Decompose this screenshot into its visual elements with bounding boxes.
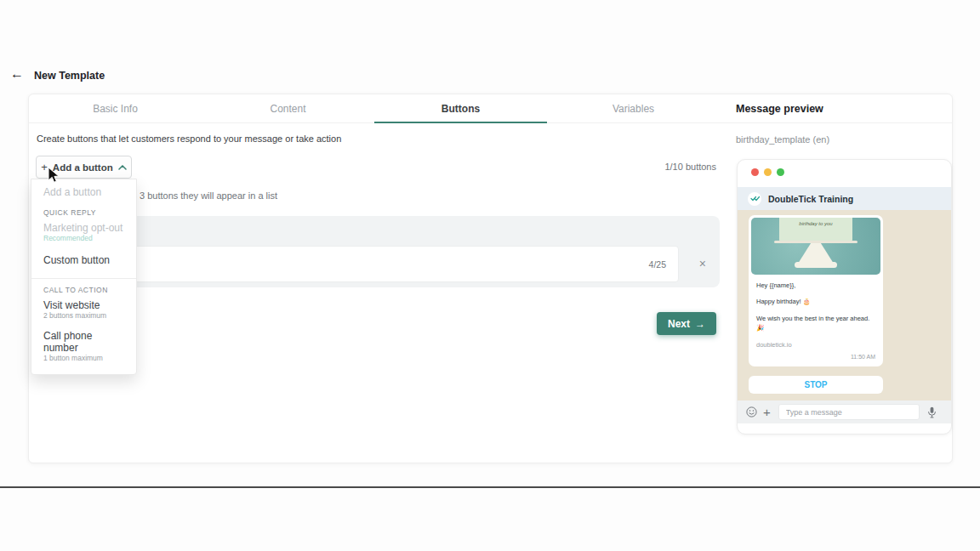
window-traffic-lights [751, 168, 784, 176]
menu-item-marketing-opt-out[interactable]: Marketing opt-out [31, 219, 136, 234]
menu-section-quick-reply: QUICK REPLY [31, 202, 136, 219]
tab-variables[interactable]: Variables [547, 94, 720, 122]
next-button[interactable]: Next → [657, 312, 716, 335]
menu-item-visit-website[interactable]: Visit website [31, 296, 136, 311]
message-line-1: Hey {{name}}, [756, 281, 875, 289]
page-title: New Template [34, 70, 105, 82]
type-a-message-input[interactable] [778, 404, 920, 420]
emoji-icon[interactable] [746, 406, 757, 418]
chat-title: DoubleTick Training [768, 194, 853, 204]
menu-item-call-phone[interactable]: Call phone number [31, 325, 136, 354]
buttons-description: Create buttons that let customers respon… [37, 133, 341, 144]
yellow-dot-icon [764, 168, 772, 176]
tab-content[interactable]: Content [202, 94, 374, 122]
cake-stand [798, 243, 834, 264]
message-preview-header: Message preview [736, 103, 823, 115]
menu-item-visit-website-sub: 2 buttons maximum [31, 311, 136, 325]
window-divider [0, 486, 980, 488]
doubletick-logo-icon [750, 196, 760, 202]
active-tab-underline [374, 122, 547, 123]
buttons-list-hint: 3 buttons they will appear in a list [140, 190, 277, 201]
add-button-dropdown-menu: Add a button QUICK REPLY Marketing opt-o… [31, 179, 137, 375]
chat-area: birthday to you Hey {{name}}, Happy birt… [738, 210, 951, 400]
chat-header: DoubleTick Training [738, 187, 951, 210]
remove-button-icon[interactable]: × [699, 246, 706, 282]
template-name: birthday_template (en) [736, 134, 829, 145]
message-line-3: We wish you the best in the year ahead. [756, 315, 875, 322]
next-label: Next [668, 318, 690, 330]
add-button-label: Add a button [53, 162, 113, 173]
message-timestamp: 11:50 AM [756, 354, 875, 361]
menu-item-call-phone-sub: 1 button maximum [31, 354, 136, 367]
message-text: Hey {{name}}, Happy birthday! 🎂 We wish … [751, 281, 880, 361]
menu-item-custom-button[interactable]: Custom button [31, 247, 136, 275]
arrow-right-icon: → [695, 318, 705, 330]
microphone-icon[interactable] [927, 406, 937, 418]
template-editor-card: Basic Info Content Buttons Variables Mes… [28, 94, 953, 463]
message-bubble: birthday to you Hey {{name}}, Happy birt… [749, 215, 883, 366]
buttons-counter: 1/10 buttons [664, 162, 716, 172]
back-button[interactable]: ← [10, 66, 24, 82]
phone-preview: DoubleTick Training birthday to you Hey … [737, 159, 952, 435]
menu-item-marketing-opt-out-badge: Recommended [31, 234, 136, 247]
birthday-cake-image: birthday to you [751, 218, 880, 275]
cake-plate [774, 241, 858, 243]
menu-section-call-to-action: CALL TO ACTION [31, 279, 136, 296]
attach-plus-icon[interactable]: + [763, 405, 771, 419]
char-counter: 4/25 [649, 259, 666, 270]
red-dot-icon [751, 168, 759, 176]
message-line-4: 🎉 [756, 324, 875, 332]
button-text-input[interactable]: 4/25 [48, 246, 679, 282]
tab-basic-info[interactable]: Basic Info [29, 94, 202, 122]
message-link: doubletick.io [756, 341, 875, 349]
plus-icon: + [41, 161, 48, 173]
green-dot-icon [777, 168, 784, 176]
message-line-2: Happy birthday! 🎂 [756, 298, 875, 305]
chat-input-bar: + [738, 400, 951, 423]
tab-buttons[interactable]: Buttons [374, 94, 547, 122]
chevron-up-icon [118, 165, 127, 170]
mouse-cursor-icon [48, 167, 60, 187]
cake-caption: birthday to you [751, 221, 880, 226]
cake-stand-base [795, 262, 837, 268]
stop-quick-reply-button[interactable]: STOP [749, 376, 883, 394]
avatar [748, 192, 761, 206]
app-window: ← New Template Basic Info Content Button… [0, 0, 980, 551]
